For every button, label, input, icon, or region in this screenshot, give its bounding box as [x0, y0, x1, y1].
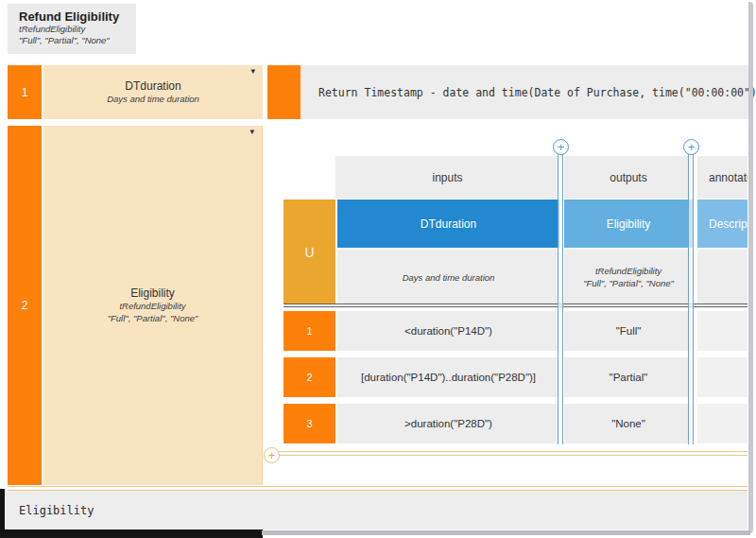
- context-result-expression: Eligibility: [5, 504, 94, 517]
- dmn-boxed-expression-editor: Refund Eligibility tRefundEligibility "F…: [0, 0, 756, 538]
- rule-2-output[interactable]: "Partial": [564, 357, 693, 397]
- context-entry-1-type: Days and time duration: [107, 93, 199, 105]
- literal-expression-text: Return Timestamp - date and time(Date of…: [301, 86, 756, 99]
- output-type-ref: tRefundEligibility: [595, 265, 662, 277]
- rule-3-annotation[interactable]: [697, 404, 747, 443]
- add-column-icon[interactable]: +: [683, 139, 699, 155]
- rule-1-input[interactable]: <duration("P14D"): [337, 311, 559, 351]
- output-column-type: tRefundEligibility "Full", "Partial", "N…: [564, 250, 693, 304]
- context-entry-2-name-cell[interactable]: ▾ Eligibility tRefundEligibility "Full",…: [43, 126, 263, 485]
- header-body-separator: [284, 304, 747, 307]
- rule-1-annotation[interactable]: [697, 311, 747, 351]
- rule-1-number[interactable]: 1: [284, 311, 335, 351]
- context-entry-2-allowed-values: "Full", "Partial", "None": [108, 312, 198, 324]
- input-column-header[interactable]: DTduration: [337, 200, 559, 248]
- annotation-column-header[interactable]: Description: [697, 200, 747, 248]
- hit-policy-cell[interactable]: U: [284, 200, 335, 304]
- annotation-column-type: [697, 250, 747, 304]
- window-edge-bottom: [0, 529, 263, 538]
- window-border-bottom: [262, 530, 750, 535]
- output-allowed-values: "Full", "Partial", "None": [583, 277, 674, 289]
- output-column-header[interactable]: Eligibility: [564, 200, 693, 248]
- chevron-down-icon[interactable]: ▾: [249, 127, 254, 136]
- context-entry-1-number[interactable]: 1: [8, 65, 42, 119]
- decision-type-ref: tRefundEligibility: [19, 24, 129, 35]
- row-insert-guide: [279, 451, 747, 456]
- decision-name: Refund Eligibility: [19, 9, 129, 24]
- decision-header[interactable]: Refund Eligibility tRefundEligibility "F…: [8, 4, 136, 54]
- context-entry-1-marker: [267, 65, 301, 119]
- rule-1-output[interactable]: "Full": [564, 311, 693, 351]
- rule-3-output[interactable]: "None": [564, 404, 693, 443]
- group-header-outputs: outputs: [564, 156, 693, 199]
- context-entry-2-name: Eligibility: [130, 286, 175, 300]
- group-header-inputs: inputs: [335, 156, 559, 199]
- decision-allowed-values: "Full", "Partial", "None": [19, 35, 129, 46]
- column-insert-guide: [558, 154, 563, 444]
- add-column-icon[interactable]: +: [553, 139, 569, 155]
- group-header-annotations: annotations: [697, 156, 747, 199]
- context-entry-1-name: DTduration: [125, 79, 180, 93]
- window-border-right: [748, 2, 753, 533]
- rule-2-number[interactable]: 2: [284, 357, 335, 397]
- rule-3-number[interactable]: 3: [284, 404, 335, 443]
- context-entry-2-number[interactable]: 2: [8, 126, 42, 485]
- chevron-down-icon[interactable]: ▾: [250, 66, 255, 76]
- context-entry-1-name-cell[interactable]: ▾ DTduration Days and time duration: [43, 65, 263, 119]
- input-column-type: Days and time duration: [337, 250, 559, 304]
- rule-2-input[interactable]: [duration("P14D")..duration("P28D")]: [337, 357, 559, 397]
- context-entry-2-type-ref: tRefundEligibility: [119, 300, 185, 312]
- context-result-cell[interactable]: Eligibility: [5, 491, 747, 529]
- literal-expression-cell[interactable]: Return Timestamp - date and time(Date of…: [301, 65, 749, 119]
- rule-2-annotation[interactable]: [697, 357, 747, 397]
- rule-3-input[interactable]: >duration("P28D"): [337, 404, 559, 443]
- add-rule-icon[interactable]: +: [264, 447, 280, 463]
- column-insert-guide: [688, 154, 694, 444]
